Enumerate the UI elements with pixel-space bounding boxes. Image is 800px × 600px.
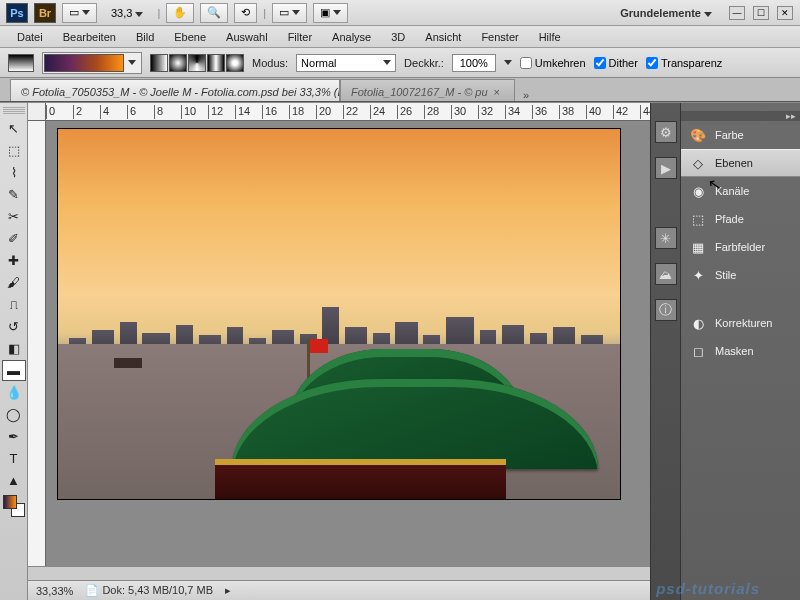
panel-pfade[interactable]: ⬚Pfade [681,205,800,233]
blend-mode-label: Modus: [252,57,288,69]
menu-filter[interactable]: Filter [279,28,321,46]
blur-tool-icon[interactable]: 💧 [2,382,26,403]
color-swatches[interactable] [2,492,26,520]
screen-mode-button[interactable]: ▣ [313,3,348,23]
quick-select-tool-icon[interactable]: ✎ [2,184,26,205]
document-tab-inactive[interactable]: Fotolia_10072167_M - © pu× [340,79,515,101]
move-tool-icon[interactable]: ↖ [2,118,26,139]
eraser-tool-icon[interactable]: ◧ [2,338,26,359]
menu-bearbeiten[interactable]: Bearbeiten [54,28,125,46]
close-icon[interactable]: ✕ [777,6,793,20]
horizontal-scrollbar[interactable] [28,566,650,580]
eyedropper-tool-icon[interactable]: ✐ [2,228,26,249]
zoom-tool-shortcut-icon[interactable]: 🔍 [200,3,228,23]
ruler-origin-icon[interactable] [28,103,46,121]
opacity-scrub-icon[interactable] [504,60,512,65]
status-zoom[interactable]: 33,33% [36,585,73,597]
document-tab-active[interactable]: © Fotolia_7050353_M - © Joelle M - Fotol… [10,79,340,101]
masken-icon: ◻ [689,343,707,359]
menu-ebene[interactable]: Ebene [165,28,215,46]
maximize-icon[interactable]: ☐ [753,6,769,20]
angle-gradient-icon[interactable] [188,54,206,72]
dock-actions-icon[interactable]: ▶ [655,157,677,179]
minimize-icon[interactable]: — [729,6,745,20]
reverse-checkbox[interactable]: Umkehren [520,57,586,69]
pen-tool-icon[interactable]: ✒ [2,426,26,447]
lasso-tool-icon[interactable]: ⌇ [2,162,26,183]
menu-fenster[interactable]: Fenster [472,28,527,46]
bridge-logo-icon[interactable]: Br [34,3,56,23]
arrange-menu-button[interactable]: ▭ [272,3,307,23]
panel-farbfelder[interactable]: ▦Farbfelder [681,233,800,261]
gradient-tool-icon[interactable]: ▬ [2,360,26,381]
panel-korrekturen[interactable]: ◐Korrekturen [681,309,800,337]
opacity-input[interactable] [452,54,496,72]
menu-hilfe[interactable]: Hilfe [530,28,570,46]
dodge-tool-icon[interactable]: ◯ [2,404,26,425]
history-brush-tool-icon[interactable]: ↺ [2,316,26,337]
menu-3d[interactable]: 3D [382,28,414,46]
foreground-swatch-icon[interactable] [8,54,34,72]
linear-gradient-icon[interactable] [150,54,168,72]
farbe-icon: 🎨 [689,127,707,143]
panel-masken[interactable]: ◻Masken [681,337,800,365]
status-doc-size[interactable]: 📄 Dok: 5,43 MB/10,7 MB [85,584,213,597]
vertical-ruler[interactable] [28,121,46,580]
reflected-gradient-icon[interactable] [207,54,225,72]
tab-overflow-icon[interactable]: » [523,89,529,101]
app-topbar: Ps Br ▭ 33,3 | ✋ 🔍 ⟲ | ▭ ▣ Grundelemente… [0,0,800,26]
crop-tool-icon[interactable]: ✂ [2,206,26,227]
gradient-picker-dropdown-icon[interactable] [128,60,136,65]
menu-analyse[interactable]: Analyse [323,28,380,46]
horizontal-ruler[interactable]: 0246810121416182022242628303234363840424… [46,103,650,121]
panel-farbe[interactable]: 🎨Farbe [681,121,800,149]
menu-auswahl[interactable]: Auswahl [217,28,277,46]
transparency-checkbox[interactable]: Transparenz [646,57,722,69]
stamp-tool-icon[interactable]: ⎍ [2,294,26,315]
document-tab-bar: © Fotolia_7050353_M - © Joelle M - Fotol… [0,78,800,102]
right-dock: ⚙ ▶ ✳ ⛰ ⓘ ▸▸ 🎨Farbe◇Ebenen◉Kanäle⬚Pfade▦… [650,103,800,600]
zoom-percent[interactable]: 33,3 [103,7,151,19]
dock-histogram-icon[interactable]: ⛰ [655,263,677,285]
main-menubar: DateiBearbeitenBildEbeneAuswahlFilterAna… [0,26,800,48]
type-tool-icon[interactable]: T [2,448,26,469]
document-canvas[interactable] [58,129,620,499]
healing-tool-icon[interactable]: ✚ [2,250,26,271]
dock-navigator-icon[interactable]: ✳ [655,227,677,249]
dock-info-icon[interactable]: ⓘ [655,299,677,321]
work-area: ↖ ⬚ ⌇ ✎ ✂ ✐ ✚ 🖌 ⎍ ↺ ◧ ▬ 💧 ◯ ✒ T ▲ 024681… [0,103,800,600]
path-select-tool-icon[interactable]: ▲ [2,470,26,491]
menu-datei[interactable]: Datei [8,28,52,46]
rotate-view-shortcut-icon[interactable]: ⟲ [234,3,257,23]
opacity-label: Deckkr.: [404,57,444,69]
tool-options-bar: Modus: Normal Deckkr.: Umkehren Dither T… [0,48,800,78]
tab-close-icon[interactable]: × [494,86,500,98]
toolbox-grip-icon[interactable] [3,107,25,115]
radial-gradient-icon[interactable] [169,54,187,72]
collapsed-dock: ⚙ ▶ ✳ ⛰ ⓘ [650,103,680,600]
korrekturen-icon: ◐ [689,315,707,331]
toolbox: ↖ ⬚ ⌇ ✎ ✂ ✐ ✚ 🖌 ⎍ ↺ ◧ ▬ 💧 ◯ ✒ T ▲ [0,103,28,600]
diamond-gradient-icon[interactable] [226,54,244,72]
hand-tool-shortcut-icon[interactable]: ✋ [166,3,194,23]
dither-checkbox[interactable]: Dither [594,57,638,69]
blend-mode-select[interactable]: Normal [296,54,396,72]
canvas-viewport[interactable]: 0246810121416182022242628303234363840424… [28,103,650,600]
panel-column: ▸▸ 🎨Farbe◇Ebenen◉Kanäle⬚Pfade▦Farbfelder… [680,103,800,600]
brush-tool-icon[interactable]: 🖌 [2,272,26,293]
menu-bild[interactable]: Bild [127,28,163,46]
workspace-switcher[interactable]: Grundelemente [610,7,722,19]
layout-menu-button[interactable]: ▭ [62,3,97,23]
ps-logo-icon[interactable]: Ps [6,3,28,23]
panel-kanäle[interactable]: ◉Kanäle [681,177,800,205]
panel-ebenen[interactable]: ◇Ebenen [681,149,800,177]
status-menu-icon[interactable]: ▸ [225,584,231,597]
gradient-preview[interactable] [44,54,124,72]
marquee-tool-icon[interactable]: ⬚ [2,140,26,161]
panel-collapse-icon[interactable]: ▸▸ [681,111,800,121]
stile-icon: ✦ [689,267,707,283]
menu-ansicht[interactable]: Ansicht [416,28,470,46]
panel-stile[interactable]: ✦Stile [681,261,800,289]
pfade-icon: ⬚ [689,211,707,227]
dock-adjust-icon[interactable]: ⚙ [655,121,677,143]
